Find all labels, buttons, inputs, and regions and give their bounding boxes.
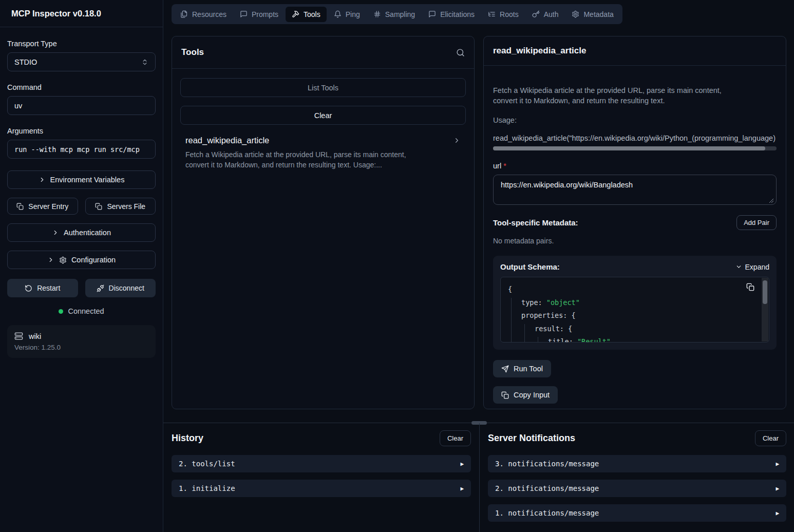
server-entry-button[interactable]: Server Entry — [7, 198, 78, 215]
search-icon[interactable] — [456, 48, 465, 57]
disconnect-label: Disconnect — [109, 284, 144, 292]
output-schema-code: { type: "object" properties: { result: {… — [500, 277, 769, 343]
message-square-icon — [240, 10, 248, 18]
clear-tools-button[interactable]: Clear — [180, 106, 466, 125]
servers-file-label: Servers File — [107, 202, 145, 211]
clear-history-button[interactable]: Clear — [440, 430, 471, 446]
tab-ping[interactable]: Ping — [328, 7, 366, 22]
tool-detail-panel: read_wikipedia_article Fetch a Wikipedia… — [483, 36, 786, 409]
server-icon — [14, 332, 23, 340]
run-tool-button[interactable]: Run Tool — [493, 360, 551, 377]
copy-icon — [16, 203, 24, 210]
run-tool-label: Run Tool — [514, 365, 543, 373]
tab-label: Ping — [346, 10, 360, 18]
copy-input-label: Copy Input — [514, 391, 550, 399]
top-nav: Resources Prompts Tools Ping Sampling El… — [172, 4, 622, 24]
expand-label: Expand — [745, 263, 769, 271]
usage-horizontal-scrollbar[interactable] — [493, 146, 777, 150]
restart-label: Restart — [37, 284, 60, 292]
sidebar-header: MCP Inspector v0.18.0 — [0, 0, 163, 27]
copy-input-button[interactable]: Copy Input — [493, 386, 558, 404]
authentication-button[interactable]: Authentication — [7, 223, 156, 242]
notification-row[interactable]: 1. notifications/message ▶ — [488, 504, 786, 522]
expand-toggle[interactable]: Expand — [735, 263, 769, 271]
sidebar: MCP Inspector v0.18.0 Transport Type STD… — [0, 0, 163, 532]
transport-type-select[interactable]: STDIO — [7, 52, 156, 71]
tab-metadata[interactable]: Metadata — [565, 7, 619, 22]
server-version: Version: 1.25.0 — [14, 344, 148, 351]
environment-variables-label: Environment Variables — [50, 176, 125, 184]
tool-item-name: read_wikipedia_article — [185, 136, 269, 145]
tool-item-description: Fetch a Wikipedia article at the provide… — [185, 149, 426, 170]
list-tree-icon — [488, 10, 496, 18]
detail-title: read_wikipedia_article — [493, 46, 586, 56]
servers-file-button[interactable]: Servers File — [85, 198, 156, 215]
output-schema-label: Output Schema: — [500, 262, 560, 271]
restart-button[interactable]: Restart — [7, 279, 78, 297]
code-token: properties: { — [521, 311, 576, 319]
chevron-right-icon — [47, 256, 54, 263]
tab-label: Roots — [500, 10, 519, 18]
tools-panel-title: Tools — [181, 47, 204, 58]
history-row[interactable]: 1. initialize ▶ — [172, 480, 471, 497]
play-icon: ▶ — [460, 461, 464, 467]
command-input[interactable] — [14, 102, 148, 110]
tab-elicitations[interactable]: Elicitations — [422, 7, 481, 22]
schema-vertical-scrollbar[interactable] — [762, 278, 768, 341]
play-icon: ▶ — [776, 485, 779, 492]
app-title: MCP Inspector v0.18.0 — [11, 9, 101, 18]
resize-handle-icon[interactable] — [769, 198, 774, 203]
transport-type-value: STDIO — [14, 58, 37, 66]
tab-resources[interactable]: Resources — [174, 7, 233, 22]
output-schema-card: Output Schema: Expand { type: "object" p… — [493, 256, 777, 350]
url-input[interactable]: https://en.wikipedia.org/wiki/Bangladesh — [493, 175, 777, 205]
history-title: History — [172, 433, 203, 444]
tab-tools[interactable]: Tools — [286, 7, 327, 22]
tab-label: Auth — [544, 10, 559, 18]
tab-label: Resources — [192, 10, 226, 18]
unplug-icon — [97, 284, 104, 292]
notification-row[interactable]: 3. notifications/message ▶ — [488, 455, 786, 472]
notification-row-label: 1. notifications/message — [495, 509, 599, 517]
bell-icon — [334, 10, 342, 18]
chevron-right-icon — [39, 176, 46, 183]
configuration-button[interactable]: Configuration — [7, 251, 156, 269]
tool-list-item[interactable]: read_wikipedia_article Fetch a Wikipedia… — [180, 136, 466, 170]
copy-schema-icon[interactable] — [746, 283, 754, 291]
tab-prompts[interactable]: Prompts — [234, 7, 285, 22]
tab-auth[interactable]: Auth — [526, 7, 565, 22]
connection-status: Connected — [7, 307, 156, 315]
gear-icon — [59, 256, 67, 264]
server-notifications-title: Server Notifications — [488, 433, 575, 444]
send-icon — [501, 365, 509, 373]
tab-roots[interactable]: Roots — [482, 7, 525, 22]
environment-variables-button[interactable]: Environment Variables — [7, 170, 156, 189]
history-row-label: 1. initialize — [179, 484, 235, 492]
metadata-empty-text: No metadata pairs. — [493, 237, 777, 245]
usage-code: read_wikipedia_article("https://en.wikip… — [493, 134, 777, 142]
arguments-input[interactable] — [14, 145, 148, 154]
tab-label: Tools — [304, 10, 320, 18]
history-row-label: 2. tools/list — [179, 460, 235, 468]
code-string-value: "Result" — [577, 337, 611, 343]
tab-label: Sampling — [385, 10, 415, 18]
arguments-label: Arguments — [7, 127, 156, 135]
history-row[interactable]: 2. tools/list ▶ — [172, 455, 471, 472]
hash-icon — [373, 10, 381, 18]
detail-description: Fetch a Wikipedia article at the provide… — [493, 85, 734, 106]
server-name: wiki — [29, 332, 41, 340]
disconnect-button[interactable]: Disconnect — [85, 279, 156, 297]
tab-sampling[interactable]: Sampling — [367, 7, 421, 22]
key-icon — [532, 10, 540, 18]
chevrons-up-down-icon — [141, 59, 148, 66]
copy-icon — [501, 391, 509, 399]
tools-panel: Tools List Tools Clear read_wikipedia_ar… — [172, 36, 475, 409]
list-tools-button[interactable]: List Tools — [180, 78, 466, 97]
notification-row-label: 3. notifications/message — [495, 460, 599, 468]
connection-status-text: Connected — [68, 307, 104, 315]
add-pair-button[interactable]: Add Pair — [736, 215, 777, 230]
command-field-wrap — [7, 96, 156, 115]
notification-row[interactable]: 2. notifications/message ▶ — [488, 480, 786, 497]
clear-notifications-button[interactable]: Clear — [755, 430, 786, 446]
restart-icon — [25, 284, 32, 292]
